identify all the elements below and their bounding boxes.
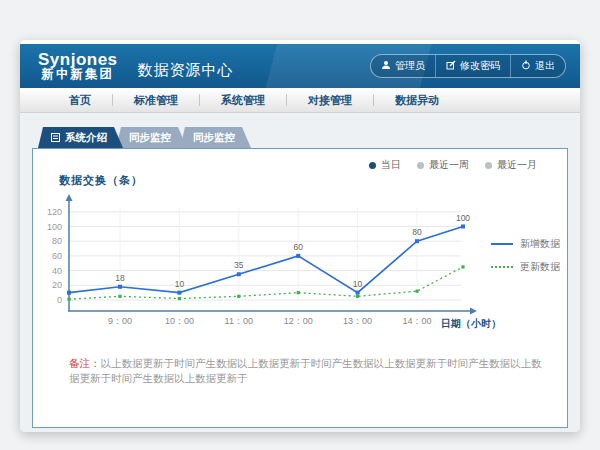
- logout-button[interactable]: 退出: [510, 55, 565, 77]
- svg-text:日期（小时）: 日期（小时）: [441, 318, 501, 329]
- logout-label: 退出: [535, 59, 555, 73]
- nav-item-docking-management[interactable]: 对接管理: [287, 93, 373, 108]
- nav-item-data-changes[interactable]: 数据异动: [374, 93, 460, 108]
- svg-text:18: 18: [115, 273, 125, 283]
- svg-text:14：00: 14：00: [402, 316, 431, 326]
- svg-text:80: 80: [52, 236, 62, 246]
- app-window: Synjones 新中新集团 数据资源中心 管理员 修改密码 退出 首页 标准管…: [20, 40, 580, 432]
- radio-last-month[interactable]: 最近一月: [485, 158, 537, 172]
- svg-text:60: 60: [52, 251, 62, 261]
- logo: Synjones 新中新集团: [38, 51, 118, 82]
- legend-label: 更新数据: [520, 260, 560, 274]
- svg-text:10: 10: [353, 279, 363, 289]
- tab-sync-monitor-2[interactable]: 同步监控: [180, 127, 251, 148]
- tab-system-intro[interactable]: 系统介绍: [38, 127, 123, 148]
- y-axis-title: 数据交换（条）: [59, 173, 143, 188]
- tab-label: 系统介绍: [65, 131, 107, 145]
- svg-text:35: 35: [234, 260, 244, 270]
- svg-text:120: 120: [47, 207, 62, 217]
- svg-text:13：00: 13：00: [343, 316, 372, 326]
- document-icon: [51, 132, 60, 144]
- user-label: 管理员: [395, 59, 425, 73]
- tab-bar: 系统介绍 同步监控 同步监控: [32, 127, 568, 148]
- radio-dot-icon: [417, 162, 424, 169]
- page-title: 数据资源中心: [138, 61, 234, 80]
- svg-text:80: 80: [412, 227, 422, 237]
- svg-text:0: 0: [57, 295, 62, 305]
- change-password-button[interactable]: 修改密码: [435, 55, 510, 77]
- user-icon: [381, 60, 391, 72]
- legend-item-new-data[interactable]: 新增数据: [491, 237, 560, 251]
- current-user-button[interactable]: 管理员: [371, 55, 435, 77]
- svg-text:100: 100: [456, 213, 470, 223]
- svg-text:20: 20: [52, 280, 62, 290]
- legend-line-swatch: [491, 266, 513, 268]
- logo-text-en: Synjones: [38, 51, 118, 69]
- radio-label: 最近一周: [429, 158, 469, 172]
- svg-text:60: 60: [293, 242, 303, 252]
- logo-text-cn: 新中新集团: [42, 68, 115, 81]
- radio-today[interactable]: 当日: [369, 158, 401, 172]
- legend-line-swatch: [491, 243, 513, 245]
- footnote-text: 以上数据更新于时间产生数据以上数据更新于时间产生数据以上数据更新于时间产生数据以…: [69, 357, 542, 384]
- svg-text:10：00: 10：00: [165, 316, 194, 326]
- app-header: Synjones 新中新集团 数据资源中心 管理员 修改密码 退出: [20, 44, 580, 88]
- user-menu: 管理员 修改密码 退出: [370, 54, 566, 78]
- tab-sync-monitor-1[interactable]: 同步监控: [116, 127, 187, 148]
- content-area: 系统介绍 同步监控 同步监控 当日 最近一周: [20, 113, 580, 432]
- chart-legend: 新增数据 更新数据: [491, 237, 560, 274]
- radio-label: 最近一月: [497, 158, 537, 172]
- footnote: 备注：以上数据更新于时间产生数据以上数据更新于时间产生数据以上数据更新于时间产生…: [69, 356, 543, 386]
- footnote-label: 备注：: [69, 357, 101, 369]
- nav-item-standard-management[interactable]: 标准管理: [113, 93, 199, 108]
- radio-label: 当日: [381, 158, 401, 172]
- nav-item-system-management[interactable]: 系统管理: [200, 93, 286, 108]
- svg-text:11：00: 11：00: [225, 316, 253, 326]
- chart-panel: 当日 最近一周 最近一月 数据交换（条） 0204060801001209：00…: [32, 148, 568, 428]
- svg-text:10: 10: [175, 279, 185, 289]
- change-password-label: 修改密码: [460, 59, 500, 73]
- svg-text:40: 40: [52, 266, 62, 276]
- edit-icon: [446, 60, 456, 72]
- legend-label: 新增数据: [520, 237, 560, 251]
- radio-dot-icon: [485, 162, 492, 169]
- svg-text:100: 100: [47, 222, 62, 232]
- tab-label: 同步监控: [129, 131, 171, 145]
- time-filter: 当日 最近一周 最近一月: [369, 158, 537, 172]
- radio-dot-icon: [369, 162, 376, 169]
- svg-text:9：00: 9：00: [108, 316, 132, 326]
- legend-item-updated-data[interactable]: 更新数据: [491, 260, 560, 274]
- power-icon: [521, 60, 531, 72]
- radio-last-week[interactable]: 最近一周: [417, 158, 469, 172]
- tab-label: 同步监控: [193, 131, 235, 145]
- main-nav: 首页 标准管理 系统管理 对接管理 数据异动: [20, 88, 580, 113]
- line-chart: 0204060801001209：0010：0011：0012：0013：001…: [41, 193, 561, 333]
- svg-text:12：00: 12：00: [284, 316, 313, 326]
- nav-item-home[interactable]: 首页: [48, 93, 112, 108]
